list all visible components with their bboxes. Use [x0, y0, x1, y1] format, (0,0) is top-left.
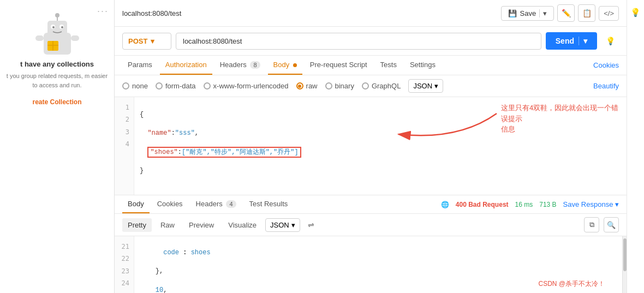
search-response-button[interactable]: 🔍 — [604, 217, 619, 232]
radio-binary[interactable]: binary — [325, 82, 354, 90]
res-tab-test-results[interactable]: Test Results — [244, 195, 294, 213]
bulb-icon: 💡 — [606, 37, 615, 45]
tab-params[interactable]: Params — [122, 56, 158, 75]
radio-graphql-circle — [362, 82, 369, 89]
radio-binary-label: binary — [335, 82, 354, 90]
headers-badge: 8 — [250, 61, 260, 69]
save-button[interactable]: 💾 Save ▾ — [501, 6, 554, 21]
res-tab-headers[interactable]: Headers 4 — [190, 195, 242, 213]
create-collection-link[interactable]: reate Collection — [32, 98, 81, 106]
svg-rect-9 — [71, 35, 79, 41]
doc-icon: 📋 — [582, 9, 592, 17]
tab-settings[interactable]: Settings — [404, 56, 441, 75]
radio-form-data[interactable]: form-data — [156, 82, 196, 90]
response-section: Body Cookies Headers 4 Test Results 🌐 40… — [115, 195, 627, 293]
edit-icon: ✏️ — [562, 9, 571, 17]
svg-point-7 — [61, 26, 63, 28]
send-dropdown-arrow[interactable]: ▾ — [579, 37, 587, 45]
code-button[interactable]: </> — [599, 6, 619, 21]
radio-graphql-label: GraphQL — [372, 82, 401, 90]
res-line-numbers: 21 22 23 24 25 26 27 28 — [115, 236, 134, 293]
sidebar-description: t you group related requests, m easier t… — [5, 71, 109, 89]
doc-button[interactable]: 📋 — [578, 4, 595, 22]
sidebar-title: t have any collections — [20, 60, 94, 68]
fmt-pretty[interactable]: Pretty — [122, 218, 152, 232]
radio-form-data-circle — [156, 82, 163, 89]
res-tab-cookies[interactable]: Cookies — [152, 195, 188, 213]
rs-bulb-icon[interactable]: 💡 — [628, 5, 643, 20]
response-status: 🌐 400 Bad Request 16 ms 713 B Save Respo… — [441, 200, 619, 208]
response-scrollbar[interactable] — [622, 236, 627, 293]
sidebar-dots: ··· — [97, 5, 109, 17]
main-content: localhost:8080/test 💾 Save ▾ ✏️ 📋 </> PO… — [115, 0, 627, 293]
fmt-raw[interactable]: Raw — [155, 218, 180, 232]
beautify-button[interactable]: Beautify — [593, 82, 619, 90]
status-badge: 400 Bad Request — [456, 201, 509, 208]
method-select[interactable]: POST ▾ — [122, 33, 171, 50]
tab-authorization[interactable]: Authorization — [160, 56, 212, 75]
edit-button[interactable]: ✏️ — [557, 4, 575, 22]
res-json-arrow: ▾ — [291, 221, 295, 229]
radio-urlencoded[interactable]: x-www-form-urlencoded — [204, 82, 289, 90]
res-line-21: code : shoes — [140, 247, 617, 258]
save-response-button[interactable]: Save Response ▾ — [563, 200, 619, 208]
line-num-3: 3 — [115, 126, 134, 138]
radio-raw[interactable]: raw — [296, 82, 318, 90]
radio-raw-circle — [296, 82, 303, 89]
tab-body[interactable]: Body — [268, 56, 302, 75]
response-time: 16 ms — [515, 201, 533, 208]
body-active-dot — [293, 63, 297, 67]
res-json-select[interactable]: JSON ▾ — [265, 218, 300, 232]
topbar-url: localhost:8080/test — [122, 9, 501, 17]
json-label: JSON — [413, 82, 432, 90]
code-editor: 1 2 3 4 { "name":"sss", "shoes":["耐克","特… — [115, 97, 627, 195]
radio-urlencoded-circle — [204, 82, 211, 89]
res-line-22: }, — [140, 266, 617, 277]
fmt-preview[interactable]: Preview — [183, 218, 219, 232]
code-line-4: } — [140, 165, 621, 176]
res-json-label: JSON — [270, 221, 289, 229]
line-num-4: 4 — [115, 138, 134, 150]
right-sidebar: 💡 — [627, 0, 644, 293]
code-icon: </> — [604, 9, 614, 17]
res-tab-body[interactable]: Body — [122, 195, 150, 213]
svg-rect-1 — [47, 21, 67, 36]
svg-point-6 — [52, 26, 55, 28]
line-num-1: 1 — [115, 101, 134, 113]
radio-binary-circle — [325, 82, 332, 89]
tab-cookies[interactable]: Cookies — [593, 61, 619, 69]
settings-icon-btn[interactable]: 💡 — [601, 32, 619, 50]
body-type-row: none form-data x-www-form-urlencoded raw… — [115, 75, 627, 97]
robot-illustration — [35, 11, 79, 55]
response-format-row: Pretty Raw Preview Visualize JSON ▾ ⇌ ⧉ … — [115, 214, 627, 236]
radio-raw-label: raw — [306, 82, 318, 90]
url-input[interactable] — [176, 33, 541, 50]
save-icon: 💾 — [508, 9, 517, 17]
json-arrow: ▾ — [434, 82, 438, 90]
radio-graphql[interactable]: GraphQL — [362, 82, 401, 90]
copy-response-button[interactable]: ⧉ — [584, 217, 599, 232]
response-actions: ⧉ 🔍 — [584, 217, 619, 232]
save-label: Save — [520, 9, 536, 17]
response-size: 713 B — [539, 201, 556, 208]
request-tabs: Params Authorization Headers 8 Body Pre-… — [115, 56, 627, 75]
method-arrow: ▾ — [151, 37, 154, 45]
res-headers-badge: 4 — [226, 200, 236, 208]
tab-headers[interactable]: Headers 8 — [214, 56, 266, 75]
fmt-visualize[interactable]: Visualize — [223, 218, 262, 232]
globe-icon: 🌐 — [441, 201, 449, 208]
radio-none-label: none — [132, 82, 148, 90]
code-line-3: "shoes":["耐克","特步","阿迪达斯","乔丹"] — [140, 147, 621, 158]
line-num-2: 2 — [115, 113, 134, 125]
topbar: localhost:8080/test 💾 Save ▾ ✏️ 📋 </> — [115, 0, 627, 27]
tab-pre-request[interactable]: Pre-request Script — [305, 56, 373, 75]
tab-tests[interactable]: Tests — [375, 56, 402, 75]
radio-none[interactable]: none — [122, 82, 148, 90]
filter-icon[interactable]: ⇌ — [308, 220, 314, 229]
radio-form-data-label: form-data — [165, 82, 196, 90]
request-bar: POST ▾ Send ▾ 💡 — [115, 27, 627, 56]
save-dropdown-arrow[interactable]: ▾ — [539, 9, 547, 17]
send-button[interactable]: Send ▾ — [546, 32, 597, 50]
scrollbar-thumb — [623, 238, 627, 271]
json-select[interactable]: JSON ▾ — [408, 79, 443, 93]
